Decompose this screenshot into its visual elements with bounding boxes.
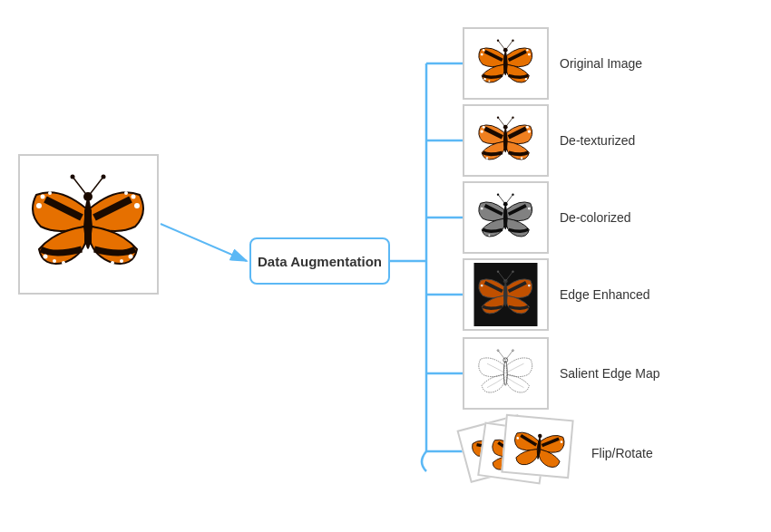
svg-point-64 bbox=[488, 235, 490, 237]
source-image-box bbox=[18, 154, 159, 295]
svg-rect-65 bbox=[503, 210, 507, 227]
flip-rotate-group bbox=[463, 412, 581, 494]
svg-point-17 bbox=[41, 195, 45, 199]
augmentation-label: Data Augmentation bbox=[258, 254, 382, 269]
label-original: Original Image bbox=[560, 56, 642, 71]
svg-line-46 bbox=[505, 118, 512, 128]
thumb-decolorized bbox=[463, 181, 549, 254]
label-salient-edge: Salient Edge Map bbox=[560, 366, 660, 381]
svg-point-53 bbox=[486, 157, 488, 159]
label-detextured: De-texturized bbox=[560, 133, 635, 148]
svg-line-12 bbox=[73, 177, 88, 197]
svg-point-47 bbox=[497, 116, 499, 118]
svg-point-34 bbox=[512, 39, 513, 41]
svg-rect-42 bbox=[503, 56, 507, 73]
svg-point-26 bbox=[120, 259, 123, 263]
svg-point-48 bbox=[512, 116, 513, 118]
svg-line-45 bbox=[498, 118, 505, 128]
output-detextured: De-texturized bbox=[463, 104, 635, 177]
svg-point-19 bbox=[134, 203, 140, 208]
thumb-salient-edge bbox=[463, 337, 549, 410]
thumb-original bbox=[463, 27, 549, 100]
svg-rect-75 bbox=[503, 287, 507, 305]
svg-point-36 bbox=[483, 49, 484, 51]
svg-point-15 bbox=[102, 175, 106, 179]
label-flip-rotate: Flip/Rotate bbox=[591, 446, 653, 460]
svg-point-33 bbox=[497, 39, 499, 41]
diagram-container: Data Augmentation bbox=[0, 0, 771, 532]
svg-point-20 bbox=[132, 195, 136, 199]
svg-point-16 bbox=[36, 203, 42, 208]
svg-point-39 bbox=[483, 78, 485, 80]
svg-point-72 bbox=[512, 270, 513, 272]
output-original: Original Image bbox=[463, 27, 642, 100]
svg-point-21 bbox=[124, 191, 128, 195]
svg-point-50 bbox=[483, 126, 485, 129]
svg-point-24 bbox=[62, 261, 65, 265]
svg-point-88 bbox=[538, 434, 542, 439]
output-edge-enhanced: Edge Enhanced bbox=[463, 258, 650, 331]
svg-rect-55 bbox=[503, 133, 507, 150]
svg-line-13 bbox=[88, 177, 103, 197]
thumb-edge-enhanced bbox=[463, 258, 549, 331]
label-decolorized: De-colorized bbox=[560, 210, 631, 225]
svg-point-14 bbox=[71, 175, 75, 179]
svg-point-63 bbox=[528, 208, 531, 210]
svg-point-23 bbox=[53, 259, 56, 263]
svg-point-18 bbox=[48, 191, 52, 195]
svg-rect-28 bbox=[84, 208, 92, 245]
thumb-detextured bbox=[463, 104, 549, 177]
svg-point-73 bbox=[481, 285, 483, 287]
augmentation-box: Data Augmentation bbox=[249, 237, 390, 285]
svg-rect-76 bbox=[474, 342, 538, 405]
svg-point-37 bbox=[528, 53, 531, 56]
svg-point-41 bbox=[525, 78, 527, 80]
svg-point-60 bbox=[497, 193, 499, 195]
output-decolorized: De-colorized bbox=[463, 181, 631, 254]
svg-line-59 bbox=[505, 195, 512, 205]
svg-line-31 bbox=[498, 41, 505, 51]
svg-point-49 bbox=[481, 130, 483, 132]
svg-point-61 bbox=[512, 193, 513, 195]
svg-line-32 bbox=[505, 41, 512, 51]
svg-point-74 bbox=[528, 285, 531, 287]
svg-point-38 bbox=[526, 49, 528, 51]
svg-point-35 bbox=[481, 53, 483, 56]
svg-point-71 bbox=[497, 270, 499, 272]
output-salient-edge: Salient Edge Map bbox=[463, 337, 660, 410]
svg-point-51 bbox=[528, 130, 531, 132]
label-edge-enhanced: Edge Enhanced bbox=[560, 287, 650, 302]
svg-point-40 bbox=[488, 81, 490, 82]
svg-point-22 bbox=[44, 255, 48, 259]
svg-point-25 bbox=[129, 255, 133, 259]
svg-point-27 bbox=[111, 261, 114, 265]
svg-point-52 bbox=[526, 126, 529, 129]
output-flip-rotate: Flip/Rotate bbox=[463, 412, 653, 494]
butterfly-source-svg bbox=[23, 159, 154, 290]
svg-point-62 bbox=[481, 208, 483, 210]
svg-point-54 bbox=[521, 157, 522, 159]
svg-line-1 bbox=[161, 224, 247, 261]
svg-line-58 bbox=[498, 195, 505, 205]
